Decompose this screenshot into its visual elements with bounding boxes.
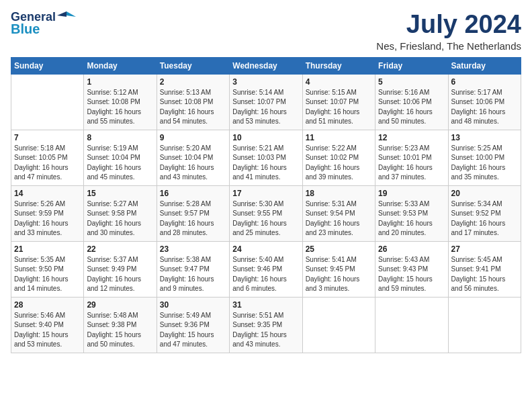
day-number: 12 (378, 133, 445, 142)
header-cell-monday: Monday (84, 57, 157, 74)
svg-marker-0 (66, 11, 76, 17)
day-cell: 26Sunrise: 5:43 AM Sunset: 9:43 PM Dayli… (375, 241, 448, 297)
day-number: 25 (306, 244, 372, 254)
day-cell: 7Sunrise: 5:18 AM Sunset: 10:05 PM Dayli… (11, 130, 84, 185)
day-number: 16 (160, 189, 226, 198)
day-cell: 1Sunrise: 5:12 AM Sunset: 10:08 PM Dayli… (84, 74, 157, 130)
logo-text-blue: Blue (11, 21, 40, 36)
day-cell: 6Sunrise: 5:17 AM Sunset: 10:06 PM Dayli… (448, 74, 521, 130)
day-number: 13 (451, 133, 518, 142)
svg-marker-1 (57, 11, 66, 17)
day-cell: 8Sunrise: 5:19 AM Sunset: 10:04 PM Dayli… (84, 130, 157, 185)
header-row: SundayMondayTuesdayWednesdayThursdayFrid… (11, 57, 521, 74)
day-info: Sunrise: 5:21 AM Sunset: 10:03 PM Daylig… (232, 144, 299, 183)
day-cell (375, 297, 448, 353)
day-info: Sunrise: 5:51 AM Sunset: 9:35 PM Dayligh… (232, 311, 299, 350)
day-info: Sunrise: 5:16 AM Sunset: 10:06 PM Daylig… (378, 88, 445, 127)
day-number: 10 (232, 133, 299, 142)
day-cell (11, 74, 84, 130)
day-cell (448, 297, 521, 353)
day-cell: 9Sunrise: 5:20 AM Sunset: 10:04 PM Dayli… (157, 130, 229, 185)
day-cell: 11Sunrise: 5:22 AM Sunset: 10:02 PM Dayl… (302, 130, 375, 185)
day-cell: 4Sunrise: 5:15 AM Sunset: 10:07 PM Dayli… (302, 74, 375, 130)
day-number: 1 (87, 77, 153, 87)
day-info: Sunrise: 5:22 AM Sunset: 10:02 PM Daylig… (306, 144, 372, 183)
day-cell: 14Sunrise: 5:26 AM Sunset: 9:59 PM Dayli… (11, 185, 84, 241)
page-header: General Blue July 2024 Nes, Friesland, T… (11, 11, 521, 52)
day-info: Sunrise: 5:40 AM Sunset: 9:46 PM Dayligh… (232, 255, 299, 294)
day-info: Sunrise: 5:37 AM Sunset: 9:49 PM Dayligh… (87, 255, 153, 294)
day-number: 11 (306, 133, 372, 142)
day-cell: 18Sunrise: 5:31 AM Sunset: 9:54 PM Dayli… (302, 185, 375, 241)
day-number: 14 (14, 189, 81, 198)
day-cell: 22Sunrise: 5:37 AM Sunset: 9:49 PM Dayli… (84, 241, 157, 297)
day-number: 26 (378, 244, 445, 254)
day-cell: 25Sunrise: 5:41 AM Sunset: 9:45 PM Dayli… (302, 241, 375, 297)
day-info: Sunrise: 5:33 AM Sunset: 9:53 PM Dayligh… (378, 199, 445, 238)
day-cell: 2Sunrise: 5:13 AM Sunset: 10:08 PM Dayli… (157, 74, 229, 130)
day-cell: 24Sunrise: 5:40 AM Sunset: 9:46 PM Dayli… (230, 241, 302, 297)
day-info: Sunrise: 5:45 AM Sunset: 9:41 PM Dayligh… (451, 255, 518, 294)
day-info: Sunrise: 5:23 AM Sunset: 10:01 PM Daylig… (378, 144, 445, 183)
day-cell (302, 297, 375, 353)
day-info: Sunrise: 5:30 AM Sunset: 9:55 PM Dayligh… (232, 199, 299, 238)
day-info: Sunrise: 5:27 AM Sunset: 9:58 PM Dayligh… (87, 199, 153, 238)
day-cell: 27Sunrise: 5:45 AM Sunset: 9:41 PM Dayli… (448, 241, 521, 297)
day-number: 28 (14, 300, 81, 310)
day-info: Sunrise: 5:38 AM Sunset: 9:47 PM Dayligh… (160, 255, 226, 294)
day-number: 3 (232, 77, 299, 87)
day-info: Sunrise: 5:41 AM Sunset: 9:45 PM Dayligh… (306, 255, 372, 294)
week-row-3: 14Sunrise: 5:26 AM Sunset: 9:59 PM Dayli… (11, 185, 521, 241)
day-info: Sunrise: 5:14 AM Sunset: 10:07 PM Daylig… (232, 88, 299, 127)
subtitle: Nes, Friesland, The Netherlands (376, 40, 521, 52)
day-number: 9 (160, 133, 226, 142)
day-number: 23 (160, 244, 226, 254)
day-cell: 13Sunrise: 5:25 AM Sunset: 10:00 PM Dayl… (448, 130, 521, 185)
day-info: Sunrise: 5:13 AM Sunset: 10:08 PM Daylig… (160, 88, 226, 127)
header-cell-sunday: Sunday (11, 57, 84, 74)
day-number: 31 (232, 300, 299, 310)
day-info: Sunrise: 5:25 AM Sunset: 10:00 PM Daylig… (451, 144, 518, 183)
week-row-1: 1Sunrise: 5:12 AM Sunset: 10:08 PM Dayli… (11, 74, 521, 130)
day-cell: 15Sunrise: 5:27 AM Sunset: 9:58 PM Dayli… (84, 185, 157, 241)
day-cell: 16Sunrise: 5:28 AM Sunset: 9:57 PM Dayli… (157, 185, 229, 241)
day-cell: 17Sunrise: 5:30 AM Sunset: 9:55 PM Dayli… (230, 185, 302, 241)
day-cell: 20Sunrise: 5:34 AM Sunset: 9:52 PM Dayli… (448, 185, 521, 241)
day-number: 7 (14, 133, 81, 142)
title-area: July 2024 Nes, Friesland, The Netherland… (376, 11, 521, 52)
day-info: Sunrise: 5:15 AM Sunset: 10:07 PM Daylig… (306, 88, 372, 127)
day-cell: 23Sunrise: 5:38 AM Sunset: 9:47 PM Dayli… (157, 241, 229, 297)
day-cell: 19Sunrise: 5:33 AM Sunset: 9:53 PM Dayli… (375, 185, 448, 241)
day-info: Sunrise: 5:48 AM Sunset: 9:38 PM Dayligh… (87, 311, 153, 350)
day-number: 20 (451, 189, 518, 198)
day-cell: 29Sunrise: 5:48 AM Sunset: 9:38 PM Dayli… (84, 297, 157, 353)
day-number: 17 (232, 189, 299, 198)
day-number: 8 (87, 133, 153, 142)
day-number: 15 (87, 189, 153, 198)
day-number: 4 (306, 77, 372, 87)
day-cell: 3Sunrise: 5:14 AM Sunset: 10:07 PM Dayli… (230, 74, 302, 130)
logo: General Blue (11, 11, 76, 36)
day-number: 2 (160, 77, 226, 87)
day-info: Sunrise: 5:46 AM Sunset: 9:40 PM Dayligh… (14, 311, 81, 350)
day-number: 29 (87, 300, 153, 310)
day-info: Sunrise: 5:18 AM Sunset: 10:05 PM Daylig… (14, 144, 81, 183)
day-info: Sunrise: 5:19 AM Sunset: 10:04 PM Daylig… (87, 144, 153, 183)
logo-bird-icon (57, 10, 76, 24)
header-cell-tuesday: Tuesday (157, 57, 229, 74)
week-row-2: 7Sunrise: 5:18 AM Sunset: 10:05 PM Dayli… (11, 130, 521, 185)
calendar-table: SundayMondayTuesdayWednesdayThursdayFrid… (11, 57, 521, 353)
day-cell: 5Sunrise: 5:16 AM Sunset: 10:06 PM Dayli… (375, 74, 448, 130)
week-row-4: 21Sunrise: 5:35 AM Sunset: 9:50 PM Dayli… (11, 241, 521, 297)
calendar-header: SundayMondayTuesdayWednesdayThursdayFrid… (11, 57, 521, 74)
main-title: July 2024 (376, 11, 521, 39)
day-number: 24 (232, 244, 299, 254)
day-cell: 30Sunrise: 5:49 AM Sunset: 9:36 PM Dayli… (157, 297, 229, 353)
day-info: Sunrise: 5:26 AM Sunset: 9:59 PM Dayligh… (14, 199, 81, 238)
day-number: 5 (378, 77, 445, 87)
day-number: 19 (378, 189, 445, 198)
day-info: Sunrise: 5:34 AM Sunset: 9:52 PM Dayligh… (451, 199, 518, 238)
header-cell-thursday: Thursday (302, 57, 375, 74)
calendar-body: 1Sunrise: 5:12 AM Sunset: 10:08 PM Dayli… (11, 74, 521, 353)
header-cell-friday: Friday (375, 57, 448, 74)
